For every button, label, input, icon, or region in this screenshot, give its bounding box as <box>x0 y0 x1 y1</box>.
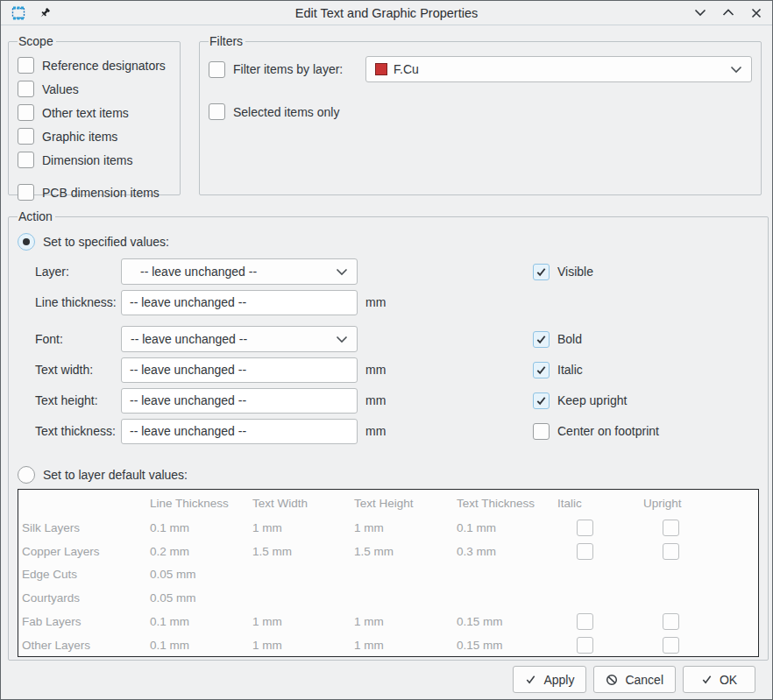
filters-legend: Filters <box>209 34 245 48</box>
selected-items-only-label: Selected items only <box>233 105 339 119</box>
checkbox-bold[interactable] <box>533 331 550 348</box>
italic-check-row[interactable]: Italic <box>533 362 583 378</box>
visible-check-row[interactable]: Visible <box>533 264 593 280</box>
titlebar[interactable]: Edit Text and Graphic Properties <box>1 1 772 25</box>
layer-label: Layer: <box>35 265 121 279</box>
radio-set-layer-defaults[interactable] <box>18 466 35 484</box>
checkbox-filter-by-layer[interactable] <box>209 61 225 78</box>
line-thickness-label: Line thickness: <box>35 295 121 309</box>
row-label: Edge Cuts <box>18 568 134 581</box>
layer-defaults-table: Line Thickness Text Width Text Height Te… <box>18 489 759 657</box>
font-row: Font: -- leave unchanged -- Bold <box>35 326 759 352</box>
scope-item-label: Other text items <box>42 106 129 120</box>
center-on-footprint-label: Center on footprint <box>557 424 659 438</box>
checkbox-fab-italic[interactable] <box>577 613 593 630</box>
action-legend: Action <box>18 209 55 223</box>
text-width-label: Text width: <box>35 363 121 377</box>
scope-other-text-items[interactable]: Other text items <box>18 101 171 124</box>
cell-line-thickness: 0.1 mm <box>134 521 237 534</box>
scope-reference-designators[interactable]: Reference designators <box>18 53 171 77</box>
checkbox-dimension-items[interactable] <box>18 152 34 168</box>
font-label: Font: <box>35 332 121 346</box>
cell-text-width: 1 mm <box>237 521 338 534</box>
row-label: Other Layers <box>18 639 134 652</box>
col-header-italic: Italic <box>542 497 628 510</box>
cancel-button[interactable]: Cancel <box>593 666 676 693</box>
text-thickness-label: Text thickness: <box>35 424 121 438</box>
text-height-unit: mm <box>365 393 386 407</box>
cell-text-thickness: 0.3 mm <box>441 545 542 558</box>
row-label: Copper Layers <box>18 545 134 558</box>
scope-item-label: Graphic items <box>42 130 117 144</box>
checkbox-silk-upright[interactable] <box>663 520 679 536</box>
apply-button[interactable]: Apply <box>513 666 586 693</box>
bold-label: Bold <box>557 332 582 346</box>
text-width-unit: mm <box>365 363 386 377</box>
checkbox-other-upright[interactable] <box>663 637 679 654</box>
close-icon[interactable] <box>749 6 763 20</box>
scope-graphic-items[interactable]: Graphic items <box>18 124 171 148</box>
bold-check-row[interactable]: Bold <box>533 331 582 348</box>
selected-items-only-row[interactable]: Selected items only <box>209 103 752 120</box>
dialog-buttons: Apply Cancel OK <box>513 666 755 693</box>
scope-item-label: Dimension items <box>42 153 132 167</box>
checkbox-fab-upright[interactable] <box>663 613 679 630</box>
checkbox-reference-designators[interactable] <box>18 57 34 74</box>
set-specified-values-row[interactable]: Set to specified values: <box>18 233 759 251</box>
checkbox-silk-italic[interactable] <box>577 520 593 536</box>
scope-values[interactable]: Values <box>18 77 171 101</box>
cell-line-thickness: 0.05 mm <box>134 591 237 605</box>
layer-filter-value: F.Cu <box>394 62 419 76</box>
checkbox-center-on-footprint[interactable] <box>533 423 550 440</box>
text-thickness-input[interactable] <box>121 419 358 444</box>
line-thickness-input[interactable] <box>121 290 358 315</box>
checkbox-keep-upright[interactable] <box>533 392 550 409</box>
text-height-input[interactable] <box>121 388 358 414</box>
checkbox-other-text-items[interactable] <box>18 104 34 121</box>
pin-icon[interactable] <box>38 6 52 20</box>
checkbox-selected-items-only[interactable] <box>209 103 225 120</box>
scope-group: Scope Reference designators Values Other… <box>8 34 181 195</box>
text-height-label: Text height: <box>35 393 121 407</box>
scope-dimension-items[interactable]: Dimension items <box>18 148 171 172</box>
checkbox-italic[interactable] <box>533 362 550 378</box>
checkbox-other-italic[interactable] <box>577 637 593 654</box>
row-label: Silk Layers <box>18 521 134 534</box>
checkbox-graphic-items[interactable] <box>18 128 34 145</box>
keep-upright-check-row[interactable]: Keep upright <box>533 392 627 409</box>
set-layer-defaults-row[interactable]: Set to layer default values: <box>18 466 759 484</box>
radio-set-specified-values[interactable] <box>18 233 35 251</box>
visible-label: Visible <box>557 265 593 279</box>
scope-pcb-dimension-items[interactable]: PCB dimension items <box>18 180 171 204</box>
checkbox-visible[interactable] <box>533 264 550 280</box>
scope-item-label: Values <box>42 82 79 96</box>
ok-button[interactable]: OK <box>683 666 755 693</box>
checkbox-values[interactable] <box>18 81 34 97</box>
cell-text-thickness: 0.1 mm <box>441 521 542 534</box>
shade-down-icon[interactable] <box>693 6 707 20</box>
chevron-down-icon <box>336 268 348 276</box>
checkbox-pcb-dimension-items[interactable] <box>18 184 34 201</box>
checkbox-copper-italic[interactable] <box>577 543 593 560</box>
shade-up-icon[interactable] <box>721 6 735 20</box>
checkbox-copper-upright[interactable] <box>663 543 679 560</box>
line-thickness-row: Line thickness: mm <box>35 289 759 315</box>
layer-dropdown[interactable]: -- leave unchanged -- <box>121 258 358 285</box>
cell-text-width: 1.5 mm <box>237 545 338 558</box>
layer-filter-dropdown[interactable]: F.Cu <box>365 56 752 82</box>
col-header-line-thickness: Line Thickness <box>134 497 237 510</box>
col-header-upright: Upright <box>628 497 713 510</box>
cell-text-height: 1 mm <box>338 521 441 534</box>
text-width-input[interactable] <box>121 357 358 383</box>
text-thickness-row: Text thickness: mm Center on footprint <box>35 418 759 444</box>
set-specified-values-label: Set to specified values: <box>43 235 169 249</box>
cell-text-height: 1.5 mm <box>338 545 441 558</box>
cell-text-height: 1 mm <box>338 639 441 652</box>
font-dropdown[interactable]: -- leave unchanged -- <box>121 326 358 352</box>
set-layer-defaults-label: Set to layer default values: <box>43 468 188 482</box>
action-group: Action Set to specified values: Layer: -… <box>8 209 769 661</box>
row-label: Courtyards <box>18 591 134 605</box>
scope-item-label: Reference designators <box>42 59 166 73</box>
center-on-footprint-check-row[interactable]: Center on footprint <box>533 423 659 440</box>
cell-text-width: 1 mm <box>237 639 338 652</box>
